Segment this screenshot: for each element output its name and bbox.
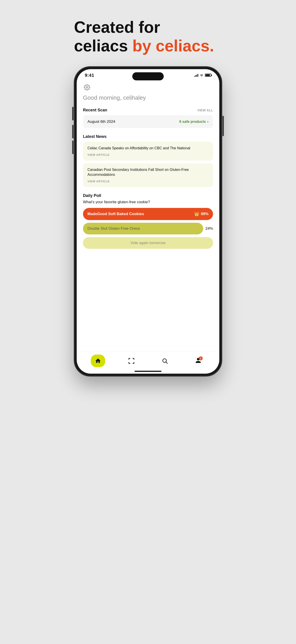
headline-line1: Created for	[74, 18, 222, 36]
view-article-1[interactable]: VIEW ARTICLE	[87, 153, 209, 156]
news-card-1[interactable]: Celiac Canada Speaks on Affordability on…	[83, 142, 213, 160]
nav-profile-wrapper: 1	[195, 357, 201, 364]
recent-scan-header: Recent Scan VIEW ALL	[83, 108, 213, 112]
scan-result-text: 6 safe products	[179, 120, 206, 124]
wifi-icon	[200, 74, 204, 77]
phone-frame: 9:41	[74, 66, 222, 376]
poll-secondary-label: Double Stuf Gluten Free Oreos	[87, 226, 140, 230]
poll-section: Daily Poll What's your favorite gluten-f…	[83, 193, 213, 249]
poll-option-winner[interactable]: MadeGood Soft Baked Cookies 👑 89%	[83, 208, 213, 220]
scan-icon	[128, 358, 135, 364]
nav-home-pill	[91, 354, 105, 367]
search-icon	[162, 358, 168, 364]
battery-icon	[205, 74, 211, 77]
news-title-2: Canadian Post Secondary Institutions Fal…	[87, 167, 209, 178]
poll-winner-pct: 89%	[201, 212, 209, 216]
scan-card[interactable]: August 6th 2024 6 safe products ›	[83, 115, 213, 128]
poll-winner-label: MadeGood Soft Baked Cookies	[87, 212, 144, 216]
gear-icon	[84, 84, 90, 90]
settings-button[interactable]	[83, 83, 91, 92]
home-indicator	[135, 371, 161, 372]
nav-item-scan[interactable]	[124, 354, 139, 368]
poll-vote-again-button[interactable]: Vote again tomorrow	[83, 237, 213, 249]
svg-line-2	[166, 362, 167, 363]
view-all-button[interactable]: VIEW ALL	[197, 108, 213, 112]
greeting-text: Good morning, celihaley	[83, 94, 213, 102]
dynamic-island	[132, 72, 164, 80]
news-card-2[interactable]: Canadian Post Secondary Institutions Fal…	[83, 163, 213, 187]
home-icon	[95, 358, 101, 364]
poll-vote-again-label: Vote again tomorrow	[131, 241, 165, 245]
news-header: Latest News	[83, 134, 213, 139]
nav-item-home[interactable]	[90, 354, 106, 368]
news-title-1: Celiac Canada Speaks on Affordability on…	[87, 146, 209, 151]
nav-item-search[interactable]	[157, 354, 173, 368]
scan-date: August 6th 2024	[87, 120, 115, 124]
headline-line2-black: celiacs	[74, 37, 132, 55]
status-icons	[194, 74, 211, 77]
phone-screen: 9:41	[77, 69, 219, 374]
view-article-2[interactable]: VIEW ARTICLE	[87, 180, 209, 183]
nav-item-profile[interactable]: 1	[190, 354, 206, 368]
headline: Created for celiacs by celiacs.	[74, 18, 222, 55]
chevron-right-icon: ›	[207, 119, 209, 124]
news-section: Latest News Celiac Canada Speaks on Affo…	[83, 134, 213, 187]
crown-icon: 👑	[194, 212, 199, 216]
poll-winner-right: 👑 89%	[194, 212, 209, 216]
app-content[interactable]: Good morning, celihaley Recent Scan VIEW…	[77, 80, 219, 351]
signal-bars-icon	[194, 74, 198, 77]
bottom-nav: 1	[77, 351, 219, 370]
poll-question: What's your favorite gluten-free cookie?	[83, 200, 213, 204]
svg-point-0	[86, 86, 88, 88]
recent-scan-title: Recent Scan	[83, 108, 107, 112]
poll-option-row: Double Stuf Gluten Free Oreos 24%	[83, 223, 213, 234]
settings-row	[83, 82, 213, 94]
news-title: Latest News	[83, 134, 107, 139]
poll-secondary-pct: 24%	[205, 226, 213, 231]
poll-option-secondary[interactable]: Double Stuf Gluten Free Oreos	[83, 223, 203, 234]
poll-title: Daily Poll	[83, 193, 213, 198]
nav-badge: 1	[199, 356, 203, 360]
headline-line2-orange: by celiacs.	[132, 37, 214, 55]
scan-result: 6 safe products ›	[179, 119, 209, 124]
status-bar: 9:41	[77, 69, 219, 80]
status-time: 9:41	[85, 73, 94, 78]
